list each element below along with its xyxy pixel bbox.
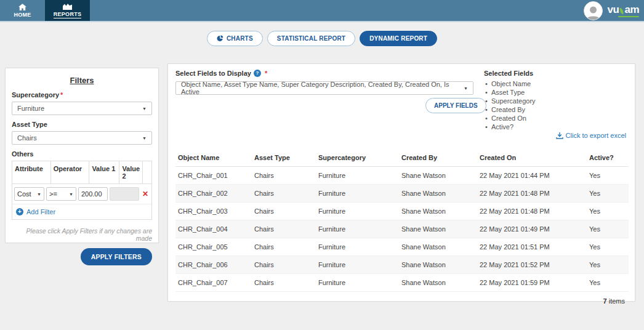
plus-circle-icon: +: [16, 208, 23, 215]
add-filter-row[interactable]: + Add Filter: [12, 204, 151, 219]
cell-asset-type: Chairs: [252, 167, 316, 184]
items-count: 7items: [175, 292, 629, 310]
cell-asset-type: Chairs: [252, 238, 316, 256]
value2-column-header: Value 2: [119, 161, 143, 183]
cell-object-name: CHR_Chair_002: [175, 185, 252, 202]
selected-field-item: Created On: [484, 115, 536, 122]
report-type-tabs: CHARTS STATISTICAL REPORT DYNAMIC REPORT: [0, 31, 644, 46]
column-header: Active?: [587, 149, 629, 166]
tab-dynamic-label: DYNAMIC REPORT: [369, 35, 427, 42]
apply-fields-button[interactable]: APPLY FIELDS: [425, 98, 486, 113]
report-table-header: Object Name Asset Type Supercategory Cre…: [175, 149, 629, 167]
cell-object-name: CHR_Chair_001: [175, 167, 252, 184]
cell-created-by: Shane Watson: [399, 220, 477, 238]
dynamic-report-panel: Select Fields to Display ? * Object Name…: [167, 63, 635, 302]
cell-active: Yes: [587, 238, 629, 256]
selected-fields-list: Object NameAsset TypeSupercategoryCreate…: [484, 80, 536, 131]
attribute-select[interactable]: Cost ▼: [14, 187, 44, 201]
asset-type-value: Chairs: [17, 134, 37, 142]
export-excel-link[interactable]: Click to export excel: [556, 132, 626, 139]
table-row: CHR_Chair_001 Chairs Furniture Shane Wat…: [175, 167, 629, 185]
chevron-down-icon: ▼: [37, 192, 41, 196]
selected-field-item: Created By: [484, 106, 536, 113]
cell-object-name: CHR_Chair_007: [175, 274, 252, 291]
cell-asset-type: Chairs: [252, 220, 316, 238]
operator-value: >=: [49, 190, 57, 198]
cell-active: Yes: [587, 220, 629, 238]
operator-column-header: Operator: [51, 161, 90, 183]
table-row: CHR_Chair_002 Chairs Furniture Shane Wat…: [175, 185, 629, 203]
chevron-down-icon: ▼: [142, 107, 147, 111]
chevron-down-icon: ▼: [69, 192, 73, 196]
actions-column-header: [143, 161, 151, 183]
remove-filter-icon[interactable]: ✕: [141, 190, 150, 198]
tab-dynamic-report[interactable]: DYNAMIC REPORT: [360, 31, 437, 46]
add-filter-link[interactable]: Add Filter: [26, 208, 55, 215]
cell-supercategory: Furniture: [316, 238, 399, 256]
required-asterisk: *: [60, 91, 63, 99]
cell-created-by: Shane Watson: [399, 274, 477, 291]
brand-leaf-icon: [619, 7, 624, 14]
pie-chart-icon: [217, 35, 223, 42]
help-icon[interactable]: ?: [254, 70, 261, 77]
selected-field-item: Supercategory: [484, 97, 536, 105]
cell-asset-type: Chairs: [252, 203, 316, 220]
apply-filters-button[interactable]: APPLY FILTERS: [81, 248, 152, 265]
cell-supercategory: Furniture: [316, 167, 399, 184]
brand-tagline-bar: [618, 16, 639, 17]
nav-item-home[interactable]: HOME: [0, 0, 45, 21]
nav-home-label: HOME: [14, 12, 31, 18]
column-header: Supercategory: [316, 149, 399, 166]
nav-item-reports[interactable]: REPORTS: [45, 0, 90, 21]
value2-input[interactable]: [110, 187, 139, 201]
nav-reports-label: REPORTS: [54, 11, 82, 18]
selected-fields-block: Selected Fields Object NameAsset TypeSup…: [484, 70, 536, 132]
cell-object-name: CHR_Chair_005: [175, 238, 252, 256]
table-row: CHR_Chair_007 Chairs Furniture Shane Wat…: [175, 274, 629, 292]
filters-title: Filters: [12, 76, 152, 85]
cell-active: Yes: [587, 167, 629, 184]
cell-supercategory: Furniture: [316, 274, 399, 291]
tab-statistical-label: STATISTICAL REPORT: [277, 35, 345, 42]
cell-created-on: 22 May 2021 01:44 PM: [477, 167, 587, 184]
cell-object-name: CHR_Chair_004: [175, 220, 252, 238]
cell-created-by: Shane Watson: [399, 256, 477, 273]
column-header: Object Name: [175, 149, 252, 166]
value1-input[interactable]: [78, 187, 108, 201]
cell-created-on: 22 May 2021 01:48 PM: [477, 185, 587, 202]
others-label: Others: [12, 150, 152, 158]
column-header: Created On: [477, 149, 587, 166]
cell-active: Yes: [587, 274, 629, 291]
table-row: CHR_Chair_006 Chairs Furniture Shane Wat…: [175, 256, 629, 274]
report-table: Object Name Asset Type Supercategory Cre…: [175, 149, 629, 310]
cell-object-name: CHR_Chair_006: [175, 256, 252, 273]
supercategory-select[interactable]: Furniture ▼: [12, 102, 152, 115]
top-navbar: HOME REPORTS vu am: [0, 0, 644, 22]
brand-logo: vu am: [608, 4, 639, 17]
cell-created-on: 22 May 2021 01:52 PM: [477, 256, 587, 273]
export-excel-label: Click to export excel: [566, 132, 626, 139]
asset-type-select[interactable]: Chairs ▼: [12, 131, 152, 145]
fields-multiselect-value: Object Name, Asset Type Name, Super Cate…: [181, 81, 461, 95]
chevron-down-icon: ▼: [142, 136, 147, 140]
others-header-row: Attribute Operator Value 1 Value 2: [12, 161, 151, 184]
filter-row: Cost ▼ >= ▼ ✕: [12, 184, 151, 204]
others-filter-table: Attribute Operator Value 1 Value 2 Cost …: [12, 161, 152, 220]
fields-multiselect[interactable]: Object Name, Asset Type Name, Super Cate…: [175, 81, 473, 95]
user-avatar[interactable]: [584, 1, 603, 20]
table-row: CHR_Chair_004 Chairs Furniture Shane Wat…: [175, 220, 629, 238]
items-count-label: items: [609, 297, 625, 305]
selected-field-item: Asset Type: [484, 89, 536, 96]
tab-charts[interactable]: CHARTS: [207, 31, 263, 46]
operator-select[interactable]: >= ▼: [46, 187, 76, 201]
select-fields-label: Select Fields to Display: [175, 70, 251, 77]
selected-field-item: Object Name: [484, 80, 536, 87]
tab-statistical-report[interactable]: STATISTICAL REPORT: [267, 31, 355, 46]
attribute-value: Cost: [17, 190, 31, 198]
brand-text-left: vu: [608, 4, 619, 15]
reports-chart-icon: [63, 3, 72, 10]
supercategory-value: Furniture: [17, 105, 44, 112]
cell-active: Yes: [587, 256, 629, 273]
cell-created-by: Shane Watson: [399, 203, 477, 220]
cell-asset-type: Chairs: [252, 274, 316, 291]
